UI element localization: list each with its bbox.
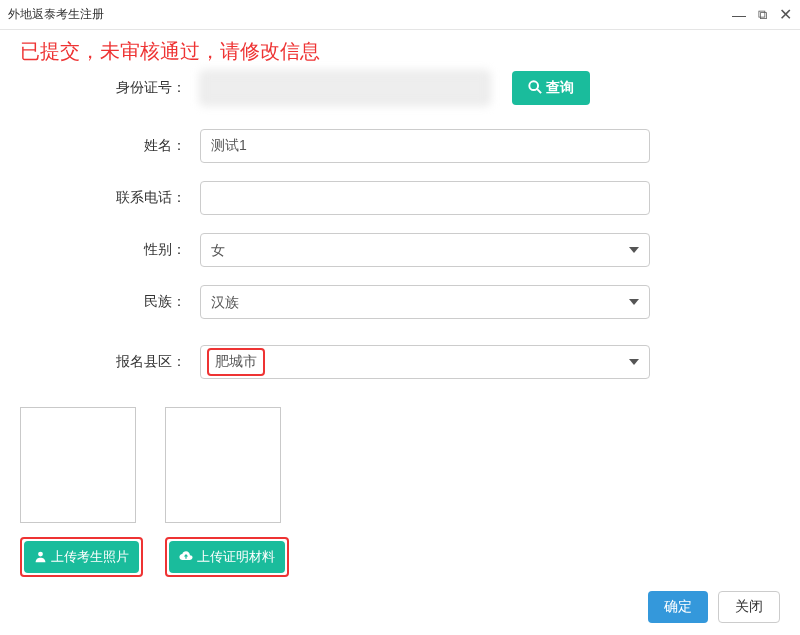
registration-form: 身份证号： 查询 姓名： 联系电话： 性别： 女 民族： 汉族 报名县区： bbox=[0, 71, 800, 379]
material-button-highlight: 上传证明材料 bbox=[165, 537, 289, 577]
ethnicity-select[interactable]: 汉族 bbox=[200, 285, 650, 319]
phone-row: 联系电话： bbox=[20, 181, 780, 215]
close-icon[interactable]: ✕ bbox=[779, 7, 792, 23]
district-select[interactable] bbox=[200, 345, 650, 379]
id-row: 身份证号： 查询 bbox=[20, 71, 780, 105]
name-label: 姓名： bbox=[20, 137, 200, 155]
status-message: 已提交，未审核通过，请修改信息 bbox=[0, 30, 800, 71]
user-icon bbox=[34, 550, 47, 565]
search-icon bbox=[528, 80, 542, 96]
close-label: 关闭 bbox=[735, 598, 763, 616]
material-column: 上传证明材料 bbox=[165, 407, 289, 577]
ok-button[interactable]: 确定 bbox=[648, 591, 708, 623]
id-label: 身份证号： bbox=[20, 79, 200, 97]
id-input[interactable] bbox=[200, 71, 490, 105]
name-input[interactable] bbox=[200, 129, 650, 163]
maximize-icon[interactable]: ⧉ bbox=[758, 8, 767, 21]
cloud-upload-icon bbox=[179, 550, 193, 565]
photo-button-highlight: 上传考生照片 bbox=[20, 537, 143, 577]
dialog-footer: 确定 关闭 bbox=[648, 591, 780, 623]
district-label: 报名县区： bbox=[20, 353, 200, 371]
ok-label: 确定 bbox=[664, 598, 692, 616]
query-label: 查询 bbox=[546, 79, 574, 97]
material-preview bbox=[165, 407, 281, 523]
gender-row: 性别： 女 bbox=[20, 233, 780, 267]
query-button[interactable]: 查询 bbox=[512, 71, 590, 105]
svg-point-0 bbox=[529, 81, 538, 90]
close-button[interactable]: 关闭 bbox=[718, 591, 780, 623]
gender-label: 性别： bbox=[20, 241, 200, 259]
svg-point-2 bbox=[38, 551, 43, 556]
photo-column: 上传考生照片 bbox=[20, 407, 143, 577]
gender-select[interactable]: 女 bbox=[200, 233, 650, 267]
window-controls: — ⧉ ✕ bbox=[732, 7, 792, 23]
phone-label: 联系电话： bbox=[20, 189, 200, 207]
upload-photo-label: 上传考生照片 bbox=[51, 548, 129, 566]
ethnicity-row: 民族： 汉族 bbox=[20, 285, 780, 319]
photo-preview bbox=[20, 407, 136, 523]
upload-photo-button[interactable]: 上传考生照片 bbox=[24, 541, 139, 573]
upload-material-button[interactable]: 上传证明材料 bbox=[169, 541, 285, 573]
phone-input[interactable] bbox=[200, 181, 650, 215]
window-titlebar: 外地返泰考生注册 — ⧉ ✕ bbox=[0, 0, 800, 30]
upload-area: 上传考生照片 上传证明材料 bbox=[0, 407, 800, 577]
name-row: 姓名： bbox=[20, 129, 780, 163]
window-title: 外地返泰考生注册 bbox=[8, 6, 104, 23]
svg-line-1 bbox=[537, 89, 541, 93]
upload-material-label: 上传证明材料 bbox=[197, 548, 275, 566]
ethnicity-label: 民族： bbox=[20, 293, 200, 311]
minimize-icon[interactable]: — bbox=[732, 8, 746, 22]
district-row: 报名县区： 肥城市 bbox=[20, 345, 780, 379]
